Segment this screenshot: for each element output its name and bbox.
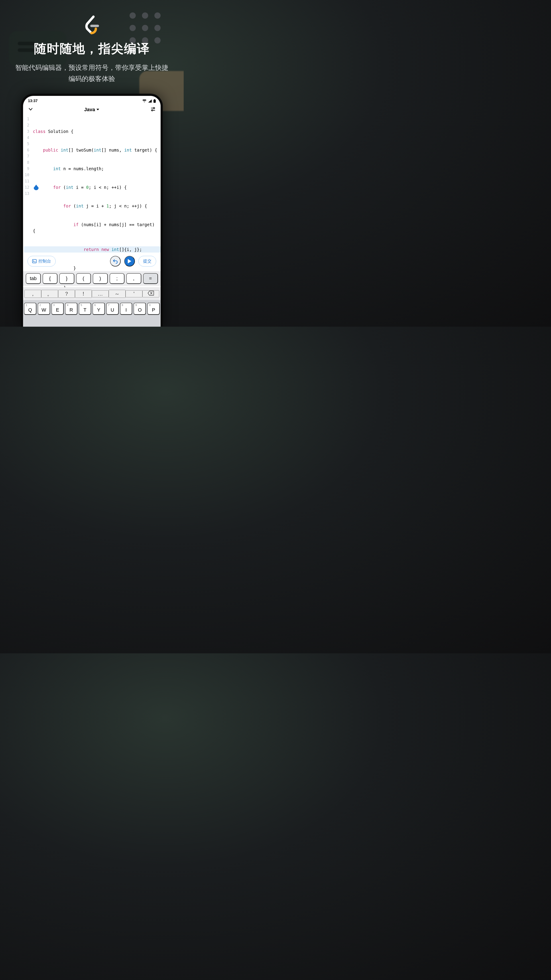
run-button[interactable]	[124, 256, 135, 267]
ime-key-question[interactable]: ？	[58, 290, 75, 298]
phone-mockup: 13:37 Java 12345678910111213 class Solut…	[21, 94, 163, 327]
decor-dot-grid	[130, 13, 174, 43]
ime-key-exclaim[interactable]: ！	[75, 290, 92, 298]
symbol-toolbar: tab { } ( ) ; , =	[23, 271, 160, 286]
key-t[interactable]: 5T	[79, 303, 91, 315]
editor-action-bar: 控制台 提交	[23, 253, 160, 269]
ime-key-comma[interactable]: ，	[24, 290, 41, 298]
ime-key-apostrophe[interactable]: '	[125, 290, 142, 298]
key-i[interactable]: 8I	[120, 303, 132, 315]
settings-button[interactable]	[151, 107, 156, 113]
cellular-icon	[148, 99, 152, 103]
cursor-handle-icon[interactable]	[34, 185, 39, 191]
key-equals[interactable]: =	[143, 273, 158, 284]
keyboard-row: 1Q2W3E4R5T6Y7U8I9O0P	[23, 300, 160, 327]
terminal-icon	[32, 259, 37, 263]
collapse-button[interactable]	[28, 107, 33, 113]
submit-label: 提交	[143, 258, 151, 264]
key-p[interactable]: 0P	[147, 303, 160, 315]
wifi-icon	[142, 99, 146, 103]
language-selector[interactable]: Java	[84, 107, 100, 113]
key-lparen[interactable]: (	[76, 273, 91, 284]
marketing-subtitle: 智能代码编辑器，预设常用符号，带你享受掌上快捷编码的极客体验	[13, 62, 170, 84]
ime-key-period[interactable]: 。	[41, 290, 58, 298]
key-y[interactable]: 6Y	[92, 303, 105, 315]
console-label: 控制台	[38, 258, 51, 264]
highlighted-line: return new int[]{i, j};	[24, 247, 160, 253]
status-bar: 13:37	[23, 96, 160, 105]
backspace-icon	[148, 291, 154, 296]
key-rbrace[interactable]: }	[59, 273, 74, 284]
key-e[interactable]: 3E	[51, 303, 64, 315]
key-comma[interactable]: ,	[126, 273, 141, 284]
battery-icon	[154, 99, 156, 103]
sliders-icon	[151, 107, 156, 112]
ime-key-tilde[interactable]: ～	[109, 290, 125, 298]
caret-down-icon	[96, 108, 99, 111]
key-tab[interactable]: tab	[26, 273, 41, 284]
play-icon	[127, 259, 132, 264]
chevron-down-icon	[28, 107, 33, 112]
svg-rect-1	[154, 99, 155, 100]
status-time: 13:37	[28, 99, 38, 103]
editor-topbar: Java	[23, 105, 160, 115]
key-o[interactable]: 9O	[133, 303, 146, 315]
svg-point-4	[151, 110, 153, 111]
undo-icon	[113, 259, 118, 264]
ime-suggestion-row: ， 。 ？ ！ … ～ '	[23, 287, 160, 301]
line-number-gutter: 12345678910111213	[23, 116, 30, 197]
svg-rect-5	[32, 259, 37, 263]
undo-button[interactable]	[110, 256, 121, 267]
key-lbrace[interactable]: {	[43, 273, 58, 284]
language-label: Java	[84, 107, 95, 113]
key-rparen[interactable]: )	[93, 273, 108, 284]
console-button[interactable]: 控制台	[27, 256, 56, 267]
svg-point-3	[153, 107, 155, 109]
key-r[interactable]: 4R	[65, 303, 78, 315]
marketing-title: 随时随地，指尖编译	[0, 40, 184, 57]
key-semicolon[interactable]: ;	[110, 273, 125, 284]
key-u[interactable]: 7U	[106, 303, 119, 315]
leetcode-logo-icon	[82, 15, 102, 35]
key-w[interactable]: 2W	[38, 303, 50, 315]
svg-rect-2	[154, 100, 156, 103]
ime-backspace-button[interactable]	[142, 290, 159, 298]
ime-key-ellipsis[interactable]: …	[92, 290, 109, 298]
key-q[interactable]: 1Q	[24, 303, 37, 315]
submit-button[interactable]: 提交	[138, 256, 156, 267]
svg-rect-0	[90, 25, 99, 27]
